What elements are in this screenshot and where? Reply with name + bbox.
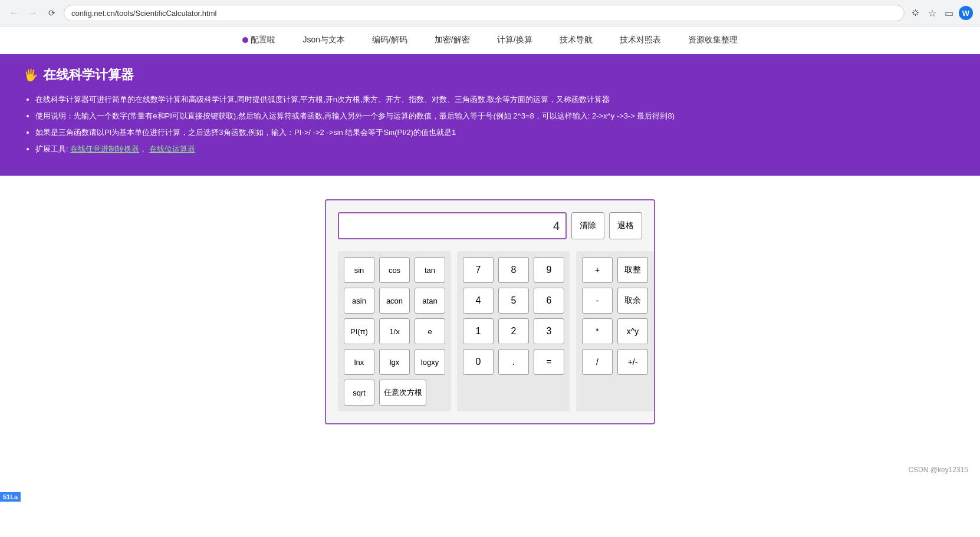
sqrt-button[interactable]: sqrt	[344, 380, 374, 406]
btn-minus[interactable]: -	[582, 288, 613, 314]
calc-display-row: 清除 退格	[338, 212, 642, 239]
backspace-button[interactable]: 退格	[609, 212, 642, 239]
op-row-mul: * x^y	[582, 318, 648, 344]
btn-mod[interactable]: 取余	[617, 288, 648, 314]
forward-button[interactable]: →	[26, 6, 40, 20]
e-button[interactable]: e	[415, 318, 445, 344]
func-row-const: PI(π) 1/x e	[344, 318, 445, 344]
desc-item-3: 如果是三角函数请以PI为基本单位进行计算，之后选择3角函数,例如，输入：PI->…	[35, 125, 956, 140]
btn-2[interactable]: 2	[498, 318, 529, 344]
nav-item-crypto[interactable]: 加密/解密	[430, 32, 475, 48]
func-row-inv-trig: asin acon atan	[344, 288, 445, 314]
func-panel: sin cos tan asin acon atan PI(π) 1/x e	[338, 251, 451, 411]
func-row-root: sqrt 任意次方根	[344, 380, 445, 406]
page-title: 🖐 在线科学计算器	[24, 66, 956, 84]
op-panel: + 取整 - 取余 * x^y / +/-	[576, 251, 654, 411]
nav-item-ref[interactable]: 技术对照表	[615, 32, 666, 48]
ln-button[interactable]: lnx	[344, 349, 374, 375]
tablet-button[interactable]: ▭	[942, 6, 955, 19]
calc-section: 清除 退格 sin cos tan asin acon atan	[0, 176, 980, 460]
star-button[interactable]: ☆	[926, 6, 939, 19]
link-bit-calc[interactable]: 在线位运算器	[149, 144, 195, 153]
nav-item-encode[interactable]: 编码/解码	[367, 32, 412, 48]
num-row-456: 4 5 6	[463, 288, 564, 314]
main-content: 🖐 在线科学计算器 在线科学计算器可进行简单的在线数学计算和高级科学计算,同时提…	[0, 54, 980, 176]
nav-item-home[interactable]: 配置啦	[238, 32, 280, 48]
nav-item-calc[interactable]: 计算/换算	[492, 32, 537, 48]
bookmark-button[interactable]: ⛭	[909, 6, 922, 19]
num-row-789: 7 8 9	[463, 257, 564, 283]
btn-4[interactable]: 4	[463, 288, 494, 314]
desc-item-1: 在线科学计算器可进行简单的在线数学计算和高级科学计算,同时提供弧度计算,平方根,…	[35, 92, 956, 107]
btn-0[interactable]: 0	[463, 349, 494, 375]
btn-pow[interactable]: x^y	[617, 318, 648, 344]
address-bar[interactable]	[64, 5, 905, 21]
calculator: 清除 退格 sin cos tan asin acon atan	[325, 199, 655, 424]
pi-button[interactable]: PI(π)	[344, 318, 374, 344]
calc-display[interactable]	[338, 212, 567, 239]
nav-active-dot	[242, 37, 248, 43]
op-row-add: + 取整	[582, 257, 648, 283]
description-list: 在线科学计算器可进行简单的在线数学计算和高级科学计算,同时提供弧度计算,平方根,…	[24, 92, 956, 157]
nav-item-resources[interactable]: 资源收集整理	[683, 32, 742, 48]
lg-button[interactable]: lgx	[379, 349, 410, 375]
logxy-button[interactable]: logxy	[415, 349, 445, 375]
func-row-trig: sin cos tan	[344, 257, 445, 283]
clear-button[interactable]: 清除	[571, 212, 604, 239]
cos-button[interactable]: cos	[379, 257, 410, 283]
btn-1[interactable]: 1	[463, 318, 494, 344]
num-panel: 7 8 9 4 5 6 1 2 3 0	[457, 251, 570, 411]
profile-badge[interactable]: W	[959, 6, 973, 20]
tan-button[interactable]: tan	[415, 257, 445, 283]
page-title-icon: 🖐	[24, 68, 38, 82]
atan-button[interactable]: atan	[415, 288, 445, 314]
op-row-div: / +/-	[582, 349, 648, 375]
op-row-sub: - 取余	[582, 288, 648, 314]
btn-floor[interactable]: 取整	[617, 257, 648, 283]
chrome-actions: ⛭ ☆ ▭ W	[909, 6, 973, 20]
link-bit-converter[interactable]: 在线任意进制转换器	[70, 144, 139, 153]
num-row-0eq: 0 . =	[463, 349, 564, 375]
btn-8[interactable]: 8	[498, 257, 529, 283]
btn-3[interactable]: 3	[534, 318, 564, 344]
btn-negate[interactable]: +/-	[617, 349, 648, 375]
nth-root-button[interactable]: 任意次方根	[379, 380, 426, 406]
btn-dot[interactable]: .	[498, 349, 529, 375]
btn-9[interactable]: 9	[534, 257, 564, 283]
back-button[interactable]: ←	[7, 6, 21, 20]
browser-chrome: ← → ⟳ ⛭ ☆ ▭ W	[0, 0, 980, 27]
reciprocal-button[interactable]: 1/x	[379, 318, 410, 344]
nav-item-tech[interactable]: 技术导航	[555, 32, 597, 48]
desc-item-2: 使用说明：先输入一个数字(常量有e和PI可以直接按键获取),然后输入运算符或者函…	[35, 108, 956, 124]
desc-item-4: 扩展工具: 在线任意进制转换器， 在线位运算器	[35, 141, 956, 157]
btn-divide[interactable]: /	[582, 349, 613, 375]
acon-button[interactable]: acon	[379, 288, 410, 314]
num-row-123: 1 2 3	[463, 318, 564, 344]
btn-multiply[interactable]: *	[582, 318, 613, 344]
nav-item-json[interactable]: Json与文本	[298, 32, 350, 48]
btn-7[interactable]: 7	[463, 257, 494, 283]
btn-equals[interactable]: =	[534, 349, 564, 375]
top-nav: 配置啦 Json与文本 编码/解码 加密/解密 计算/换算 技术导航 技术对照表…	[0, 27, 980, 54]
func-row-log: lnx lgx logxy	[344, 349, 445, 375]
reload-button[interactable]: ⟳	[45, 6, 59, 20]
btn-plus[interactable]: +	[582, 257, 613, 283]
sin-button[interactable]: sin	[344, 257, 374, 283]
btn-6[interactable]: 6	[534, 288, 564, 314]
calc-panels: sin cos tan asin acon atan PI(π) 1/x e	[338, 251, 642, 411]
footer-text: CSDN @key12315	[908, 466, 968, 474]
btn-5[interactable]: 5	[498, 288, 529, 314]
asin-button[interactable]: asin	[344, 288, 374, 314]
page-footer: CSDN @key12315	[0, 460, 980, 480]
